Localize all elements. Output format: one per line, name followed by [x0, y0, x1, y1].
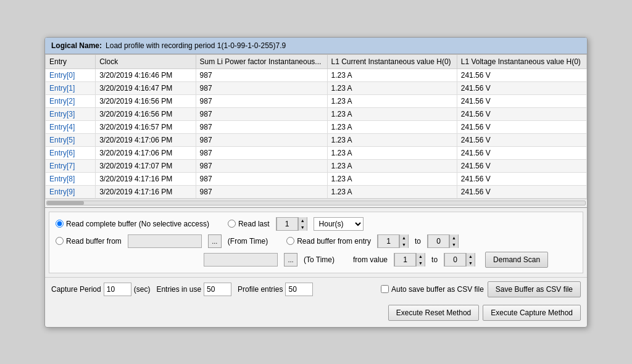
data-cell: 987 — [196, 68, 327, 81]
read-last-up[interactable]: ▲ — [298, 217, 307, 224]
table-row[interactable]: Entry[0]3/20/2019 4:16:46 PM9871.23 A241… — [46, 68, 587, 81]
col-header-entry: Entry — [46, 54, 96, 68]
read-complete-radio[interactable] — [56, 220, 64, 228]
auto-save-checkbox[interactable] — [381, 285, 389, 293]
table-row[interactable]: Entry[6]3/20/2019 4:17:06 PM9871.23 A241… — [46, 146, 587, 159]
data-cell: 987 — [196, 107, 327, 120]
action-buttons: Execute Reset Method Execute Capture Met… — [45, 301, 587, 327]
table-row[interactable]: Entry[7]3/20/2019 4:17:07 PM9871.23 A241… — [46, 159, 587, 172]
read-buffer-from-group: Read buffer from — [56, 237, 122, 246]
data-cell: 1.23 A — [327, 94, 457, 107]
from-val-spinner[interactable]: ▲ ▼ — [394, 253, 425, 267]
table-row[interactable]: Entry[1]3/20/2019 4:16:47 PM9871.23 A241… — [46, 81, 587, 94]
data-cell: 987 — [196, 81, 327, 94]
main-window: Logical Name: Load profile with recordin… — [44, 37, 588, 328]
entry-from-input[interactable] — [378, 234, 399, 248]
data-cell: 3/20/2019 4:16:56 PM — [96, 94, 196, 107]
from-val-input[interactable] — [394, 253, 416, 267]
read-last-spinner[interactable]: ▲ ▼ — [276, 217, 307, 231]
from-val-to-input[interactable] — [444, 253, 466, 267]
bottom-bar-right: Auto save buffer as CSV file Save Buffer… — [381, 281, 581, 297]
read-entry-label: Read buffer from entry — [297, 237, 371, 246]
entry-cell: Entry[3] — [46, 107, 96, 120]
data-cell: 241.56 V — [457, 81, 586, 94]
from-val-down[interactable]: ▼ — [416, 260, 425, 267]
profile-entries-input[interactable] — [285, 283, 313, 296]
save-buffer-button[interactable]: Save Buffer as CSV file — [488, 281, 581, 297]
entry-from-up[interactable]: ▲ — [399, 234, 408, 241]
data-cell: 241.56 V — [457, 68, 586, 81]
read-last-input[interactable] — [276, 217, 298, 231]
data-cell: 1.23 A — [327, 133, 457, 146]
scrollbar-thumb[interactable] — [47, 201, 84, 205]
data-cell: 3/20/2019 4:16:46 PM — [96, 68, 196, 81]
entry-cell: Entry[8] — [46, 172, 96, 185]
table-row[interactable]: Entry[4]3/20/2019 4:16:57 PM9871.23 A241… — [46, 120, 587, 133]
hours-dropdown[interactable]: Hour(s) Day(s) Minute(s) — [314, 217, 364, 231]
profile-entries-label: Profile entries — [238, 285, 283, 294]
entry-cell: Entry[9] — [46, 185, 96, 198]
entry-cell: Entry[2] — [46, 94, 96, 107]
data-cell: 987 — [196, 159, 327, 172]
from-time-label: (From Time) — [228, 237, 268, 246]
data-table: Entry Clock Sum Li Power factor Instanta… — [45, 54, 587, 199]
entries-in-use-label: Entries in use — [156, 285, 201, 294]
entry-to-input[interactable] — [428, 234, 449, 248]
read-last-radio[interactable] — [228, 220, 236, 228]
execute-reset-button[interactable]: Execute Reset Method — [388, 305, 479, 321]
from-val-to-btns: ▲ ▼ — [466, 253, 475, 267]
table-row[interactable]: Entry[8]3/20/2019 4:17:16 PM9871.23 A241… — [46, 172, 587, 185]
col-header-clock: Clock — [96, 54, 196, 68]
demand-scan-button[interactable]: Demand Scan — [485, 252, 548, 268]
table-wrapper[interactable]: Entry Clock Sum Li Power factor Instanta… — [45, 54, 587, 199]
read-last-spinner-btns: ▲ ▼ — [298, 217, 307, 231]
read-last-group: Read last — [228, 220, 270, 228]
capture-period-input[interactable] — [104, 283, 131, 296]
from-val-to-up[interactable]: ▲ — [466, 253, 475, 260]
entry-to-label: to — [415, 237, 421, 246]
logical-name-value: Load profile with recording period 1(1-0… — [106, 41, 286, 50]
entries-in-use-input[interactable] — [204, 283, 231, 296]
table-row[interactable]: Entry[9]3/20/2019 4:17:16 PM9871.23 A241… — [46, 185, 587, 198]
from-val-btns: ▲ ▼ — [416, 253, 425, 267]
from-time-input[interactable] — [128, 234, 202, 248]
from-val-up[interactable]: ▲ — [416, 253, 425, 260]
from-val-to-label: to — [431, 255, 438, 264]
table-body: Entry[0]3/20/2019 4:16:46 PM9871.23 A241… — [46, 68, 587, 198]
from-val-to-down[interactable]: ▼ — [466, 260, 475, 267]
to-time-input[interactable] — [204, 253, 278, 267]
controls-row-1: Read complete buffer (No selective acces… — [56, 217, 576, 231]
table-row[interactable]: Entry[5]3/20/2019 4:17:06 PM9871.23 A241… — [46, 133, 587, 146]
table-header-row: Entry Clock Sum Li Power factor Instanta… — [46, 54, 587, 68]
col-header-l1current: L1 Current Instantaneous value H(0) — [327, 54, 457, 68]
entry-cell: Entry[0] — [46, 68, 96, 81]
entry-to-up[interactable]: ▲ — [449, 234, 458, 241]
data-cell: 3/20/2019 4:17:07 PM — [96, 159, 196, 172]
entry-to-btns: ▲ ▼ — [449, 234, 458, 248]
from-time-browse[interactable]: ... — [208, 234, 222, 248]
entry-from-spinner[interactable]: ▲ ▼ — [377, 234, 409, 248]
auto-save-label: Auto save buffer as CSV file — [391, 285, 484, 294]
read-complete-group: Read complete buffer (No selective acces… — [56, 220, 209, 228]
col-header-sum: Sum Li Power factor Instantaneous... — [196, 54, 327, 68]
data-cell: 1.23 A — [327, 107, 457, 120]
data-cell: 3/20/2019 4:16:57 PM — [96, 120, 196, 133]
data-cell: 1.23 A — [327, 172, 457, 185]
table-row[interactable]: Entry[3]3/20/2019 4:16:56 PM9871.23 A241… — [46, 107, 587, 120]
table-row[interactable]: Entry[2]3/20/2019 4:16:56 PM9871.23 A241… — [46, 94, 587, 107]
data-cell: 241.56 V — [457, 133, 586, 146]
entry-to-down[interactable]: ▼ — [449, 241, 458, 248]
to-time-browse[interactable]: ... — [284, 253, 297, 267]
entry-from-down[interactable]: ▼ — [399, 241, 408, 248]
horizontal-scrollbar[interactable] — [45, 199, 587, 207]
data-cell: 1.23 A — [327, 81, 457, 94]
from-val-to-spinner[interactable]: ▲ ▼ — [444, 253, 475, 267]
read-entry-radio[interactable] — [286, 237, 294, 245]
execute-capture-button[interactable]: Execute Capture Method — [483, 305, 581, 321]
data-cell: 241.56 V — [457, 120, 586, 133]
controls-section: Read complete buffer (No selective acces… — [49, 212, 583, 273]
read-last-down[interactable]: ▼ — [298, 224, 307, 231]
entry-to-spinner[interactable]: ▲ ▼ — [427, 234, 459, 248]
entry-cell: Entry[7] — [46, 159, 96, 172]
read-buffer-radio[interactable] — [56, 237, 64, 245]
